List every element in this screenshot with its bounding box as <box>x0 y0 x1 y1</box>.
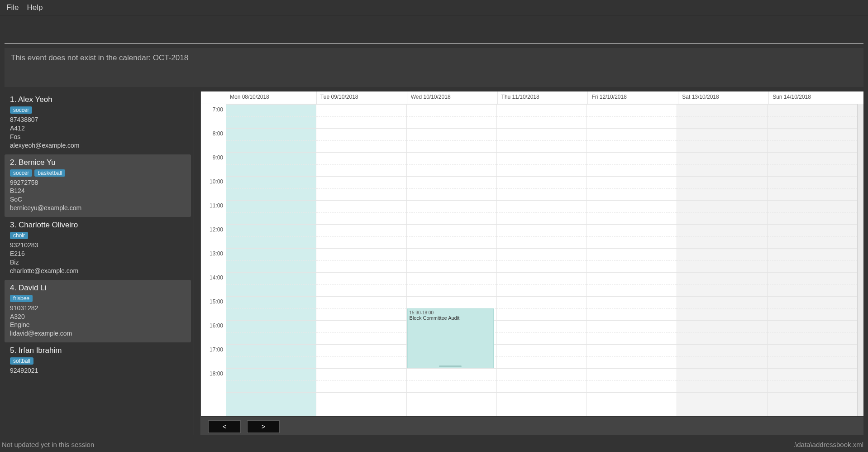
contact-detail: 91031282 <box>10 304 186 313</box>
contact-title: 2. Bernice Yu <box>10 158 186 167</box>
calendar-nav: < > <box>201 417 863 435</box>
hour-label: 18:00 <box>210 370 223 377</box>
contact-detail: A412 <box>10 124 186 133</box>
day-column[interactable] <box>677 104 767 416</box>
contact-tag: softball <box>10 357 33 365</box>
command-strip <box>5 15 863 43</box>
hour-label: 8:00 <box>213 130 223 137</box>
day-header: Thu 11/10/2018 <box>498 91 588 104</box>
hour-label: 12:00 <box>210 226 223 233</box>
hour-label: 16:00 <box>210 322 223 329</box>
hour-label: 9:00 <box>213 154 223 161</box>
day-header: Fri 12/10/2018 <box>588 91 678 104</box>
hour-label: 10:00 <box>210 178 223 185</box>
contact-item[interactable]: 2. Bernice Yusoccerbasketball99272758B12… <box>5 154 191 217</box>
contact-detail: Fos <box>10 133 186 141</box>
contact-detail: 99272758 <box>10 178 186 187</box>
contact-detail: alexyeoh@example.com <box>10 141 186 150</box>
status-left: Not updated yet in this session <box>2 441 94 448</box>
prev-week-button[interactable]: < <box>208 420 241 433</box>
contact-detail: lidavid@example.com <box>10 329 186 338</box>
time-gutter: 7:008:009:0010:0011:0012:0013:0014:0015:… <box>201 104 226 416</box>
menu-file[interactable]: File <box>6 3 19 12</box>
day-header: Sat 13/10/2018 <box>678 91 769 104</box>
day-column[interactable] <box>316 104 406 416</box>
hour-label: 14:00 <box>210 274 223 281</box>
hour-label: 13:00 <box>210 250 223 257</box>
contact-item[interactable]: 1. Alex Yeohsoccer87438807A412Fosalexyeo… <box>5 91 191 154</box>
contact-title: 3. Charlotte Oliveiro <box>10 221 186 230</box>
contact-item[interactable]: 4. David Lifrisbee91031282A320Enginelida… <box>5 280 191 343</box>
panel-divider[interactable] <box>194 91 201 435</box>
calendar-scrollbar[interactable] <box>857 104 863 416</box>
calendar-event[interactable]: 15:30-18:00Block Committee Audit <box>407 308 494 369</box>
event-resize-handle[interactable] <box>439 365 462 367</box>
result-message: This event does not exist in the calenda… <box>5 48 863 87</box>
day-column[interactable]: 15:30-18:00Block Committee Audit <box>407 104 497 416</box>
contact-detail: E216 <box>10 250 186 258</box>
contact-tag: soccer <box>10 106 32 114</box>
day-column[interactable] <box>587 104 677 416</box>
hour-label: 17:00 <box>210 346 223 353</box>
contact-detail: A320 <box>10 313 186 321</box>
contact-detail: charlotte@example.com <box>10 267 186 275</box>
contact-item[interactable]: 5. Irfan Ibrahimsoftball92492021 <box>5 342 191 380</box>
status-bar: Not updated yet in this session .\data\a… <box>0 437 868 452</box>
status-right: .\data\addressbook.xml <box>793 441 863 448</box>
contact-detail: berniceyu@example.com <box>10 204 186 212</box>
contact-detail: 92492021 <box>10 366 186 375</box>
menu-help[interactable]: Help <box>27 3 43 12</box>
contact-tag: choir <box>10 232 28 239</box>
hour-label: 7:00 <box>213 106 223 113</box>
contact-tag: frisbee <box>10 295 33 302</box>
next-week-button[interactable]: > <box>247 420 280 433</box>
contact-detail: B124 <box>10 187 186 195</box>
time-gutter-header <box>201 91 226 104</box>
contact-detail: SoC <box>10 195 186 204</box>
contacts-list[interactable]: 1. Alex Yeohsoccer87438807A412Fosalexyeo… <box>5 91 194 435</box>
day-column[interactable] <box>226 104 316 416</box>
contact-title: 5. Irfan Ibrahim <box>10 346 186 355</box>
day-column[interactable] <box>768 104 857 416</box>
day-column[interactable] <box>497 104 587 416</box>
contact-detail: Engine <box>10 321 186 329</box>
hour-label: 15:00 <box>210 298 223 305</box>
calendar: Mon 08/10/2018Tue 09/10/2018Wed 10/10/20… <box>201 91 863 416</box>
event-title: Block Committee Audit <box>410 315 491 321</box>
contact-tag: basketball <box>34 169 65 177</box>
calendar-grid[interactable]: 15:30-18:00Block Committee Audit <box>226 104 857 416</box>
contact-detail: 93210283 <box>10 241 186 250</box>
contact-item[interactable]: 3. Charlotte Oliveirochoir93210283E216Bi… <box>5 217 191 280</box>
contact-detail: Biz <box>10 258 186 267</box>
contact-title: 1. Alex Yeoh <box>10 95 186 104</box>
event-time: 15:30-18:00 <box>410 310 491 315</box>
contact-title: 4. David Li <box>10 284 186 293</box>
day-header: Tue 09/10/2018 <box>317 91 407 104</box>
hour-label: 11:00 <box>210 202 223 209</box>
day-header: Sun 14/10/2018 <box>769 91 863 104</box>
day-header: Mon 08/10/2018 <box>226 91 317 104</box>
day-header: Wed 10/10/2018 <box>407 91 498 104</box>
menu-bar: File Help <box>0 0 868 15</box>
contact-tag: soccer <box>10 169 32 177</box>
contact-detail: 87438807 <box>10 115 186 124</box>
